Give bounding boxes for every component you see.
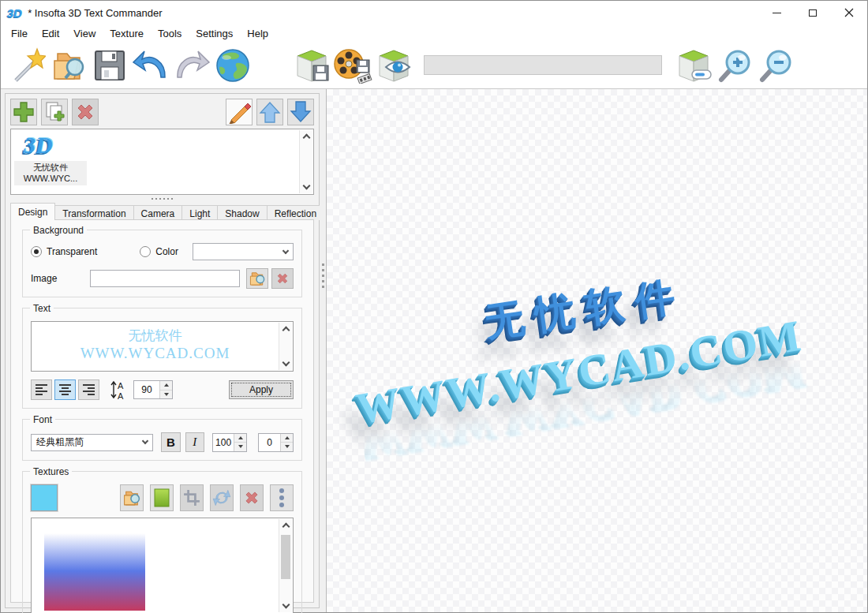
- maximize-icon: [809, 9, 817, 17]
- text-editor-scrollbar[interactable]: [279, 323, 292, 370]
- browse-image-button[interactable]: [246, 268, 268, 289]
- delete-text-button[interactable]: [72, 99, 99, 125]
- color-radio-label[interactable]: Color: [155, 246, 178, 257]
- window-controls: [758, 1, 867, 24]
- texture-more-button[interactable]: [270, 484, 294, 511]
- object-caption: 无忧软件 WWW.WYC...: [14, 161, 87, 185]
- minimize-button[interactable]: [758, 1, 795, 24]
- font-group: Font 经典粗黑简 B I 100: [22, 419, 302, 461]
- texture-crop-button[interactable]: [180, 484, 204, 511]
- move-down-button[interactable]: [287, 99, 314, 125]
- menu-view[interactable]: View: [66, 26, 103, 41]
- vertical-splitter[interactable]: [320, 89, 327, 612]
- bold-button[interactable]: B: [161, 432, 180, 452]
- scroll-down-icon[interactable]: [302, 182, 310, 190]
- align-center-button[interactable]: [54, 379, 76, 400]
- tab-bar: Design Transformation Camera Light Shado…: [10, 203, 314, 220]
- scroll-up-icon[interactable]: [282, 327, 290, 335]
- stepper-up-icon[interactable]: [234, 434, 246, 443]
- stepper-up-icon[interactable]: [281, 434, 293, 443]
- move-up-button[interactable]: [256, 99, 283, 125]
- menu-tools[interactable]: Tools: [151, 26, 189, 41]
- background-color-select[interactable]: [193, 243, 294, 260]
- menu-help[interactable]: Help: [240, 26, 275, 41]
- scroll-down-icon[interactable]: [282, 359, 290, 367]
- stepper-down-icon[interactable]: [160, 391, 172, 399]
- font-size-stepper[interactable]: 100: [212, 433, 248, 452]
- apply-button[interactable]: Apply: [229, 380, 294, 399]
- texture-list[interactable]: [31, 518, 294, 613]
- clear-x-icon: [275, 271, 290, 286]
- maximize-button[interactable]: [795, 1, 831, 24]
- background-group-label: Background: [30, 225, 87, 236]
- object-caption-line1: 无忧软件: [16, 162, 85, 173]
- export-image-button[interactable]: [291, 45, 332, 86]
- tab-reflection[interactable]: Reflection: [267, 205, 324, 220]
- website-button[interactable]: [212, 45, 253, 86]
- preview-button[interactable]: [373, 45, 414, 86]
- menu-file[interactable]: File: [4, 26, 35, 41]
- color-radio[interactable]: [140, 246, 151, 257]
- list-item[interactable]: 3D 无忧软件 WWW.WYC...: [14, 132, 87, 185]
- italic-button[interactable]: I: [185, 432, 204, 452]
- scrollbar-thumb[interactable]: [281, 535, 290, 579]
- texture-swatch[interactable]: [31, 484, 58, 511]
- menu-texture[interactable]: Texture: [103, 26, 151, 41]
- stepper-up-icon[interactable]: [160, 381, 172, 391]
- zoom-out-button[interactable]: [755, 45, 796, 86]
- scroll-up-icon[interactable]: [302, 134, 310, 142]
- align-right-icon: [83, 384, 95, 395]
- quality-button[interactable]: [673, 45, 714, 86]
- texture-delete-button[interactable]: [240, 484, 264, 511]
- new-project-button[interactable]: [7, 45, 48, 86]
- browse-folder-icon: [249, 270, 266, 287]
- zoom-in-icon: [716, 47, 753, 84]
- redo-icon: [173, 47, 211, 84]
- align-left-button[interactable]: [31, 379, 52, 400]
- edit-text-button[interactable]: [226, 99, 253, 125]
- close-button[interactable]: [831, 1, 867, 24]
- redo-button[interactable]: [171, 45, 212, 86]
- tab-design[interactable]: Design: [10, 203, 55, 220]
- texture-list-scrollbar[interactable]: [279, 519, 292, 612]
- clear-image-button[interactable]: [271, 268, 294, 289]
- align-right-button[interactable]: [78, 379, 99, 400]
- export-video-button[interactable]: [332, 45, 373, 86]
- scroll-up-icon[interactable]: [282, 523, 290, 531]
- line-spacing-stepper[interactable]: 90: [133, 380, 173, 399]
- stepper-down-icon[interactable]: [234, 443, 246, 451]
- texture-color-button[interactable]: [150, 484, 174, 511]
- menu-settings[interactable]: Settings: [189, 26, 240, 41]
- background-image-input[interactable]: [90, 270, 240, 287]
- texture-gradient-preview[interactable]: [44, 521, 145, 611]
- splitter-grip-icon: [322, 264, 324, 288]
- duplicate-text-button[interactable]: [41, 99, 68, 125]
- open-button[interactable]: [48, 45, 89, 86]
- font-rotation-stepper[interactable]: 0: [258, 433, 294, 452]
- tab-light[interactable]: Light: [181, 205, 218, 220]
- transparent-radio-label[interactable]: Transparent: [47, 246, 97, 257]
- stepper-down-icon[interactable]: [281, 443, 293, 451]
- tab-transformation[interactable]: Transformation: [54, 205, 133, 220]
- text-editor[interactable]: 无忧软件 WWW.WYCAD.COM: [31, 321, 294, 372]
- objects-list-scrollbar[interactable]: [299, 130, 312, 193]
- save-button[interactable]: [89, 45, 130, 86]
- svg-text:A: A: [118, 391, 124, 400]
- undo-button[interactable]: [130, 45, 171, 86]
- preview-canvas[interactable]: 无忧软件 WWW.WYCAD.COM WWW.WYCAD.COM: [327, 89, 867, 612]
- tab-shadow[interactable]: Shadow: [217, 205, 267, 220]
- titlebar: 3D * Insofta 3D Text Commander: [1, 1, 867, 24]
- menu-edit[interactable]: Edit: [35, 26, 66, 41]
- font-family-select[interactable]: 经典粗黑简: [31, 434, 153, 451]
- align-left-icon: [36, 384, 48, 395]
- transparent-radio[interactable]: [31, 246, 42, 257]
- scroll-down-icon[interactable]: [282, 601, 290, 609]
- horizontal-splitter[interactable]: [10, 195, 314, 203]
- add-text-button[interactable]: [10, 99, 37, 125]
- tab-camera[interactable]: Camera: [133, 205, 183, 220]
- objects-list[interactable]: 3D 无忧软件 WWW.WYC...: [10, 129, 314, 195]
- texture-browse-button[interactable]: [120, 484, 144, 511]
- texture-refresh-button[interactable]: [210, 484, 234, 511]
- zoom-in-button[interactable]: [714, 45, 755, 86]
- window-title: * Insofta 3D Text Commander: [28, 7, 162, 19]
